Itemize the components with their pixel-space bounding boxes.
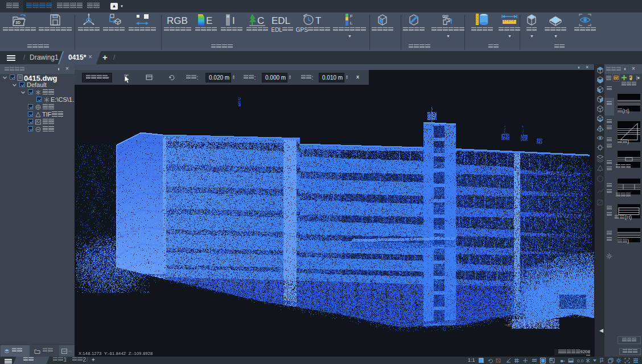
svg-text:T: T: [315, 15, 321, 26]
svg-text:F: F: [350, 14, 353, 19]
svg-text:0.0: 0.0: [577, 358, 584, 363]
svg-text:L: L: [350, 20, 353, 26]
svg-text:3D: 3D: [15, 20, 20, 24]
